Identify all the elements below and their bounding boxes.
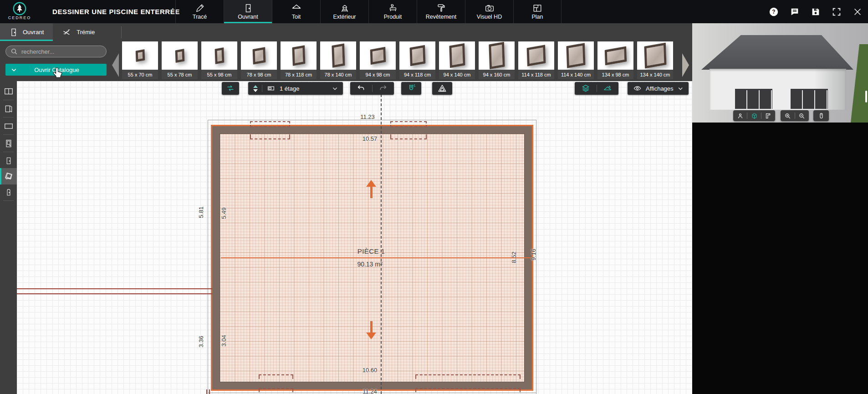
tool-service-door[interactable] — [0, 184, 17, 200]
search-box[interactable] — [5, 46, 107, 57]
product-tile[interactable]: 134 x 98 cm — [597, 41, 633, 79]
tool-entry-door[interactable] — [0, 136, 17, 151]
view-mode-group — [575, 82, 618, 95]
roof-opening-placeholder[interactable] — [259, 388, 293, 392]
roof-window-thumb — [644, 43, 666, 69]
tool-roof-window[interactable] — [0, 168, 17, 184]
plan-view-icon[interactable] — [765, 113, 772, 119]
fixed-window-icon — [4, 121, 14, 131]
wall-guide-line — [206, 389, 207, 394]
floor-plan-canvas[interactable]: 1 étage — [17, 81, 692, 394]
exterior-icon — [340, 3, 350, 13]
roof-window-thumb — [566, 43, 585, 68]
roof-window-icon — [4, 171, 14, 181]
magnet-snap-button[interactable] — [401, 82, 421, 95]
preview-scrollbar[interactable] — [865, 91, 867, 102]
orbit-3d-icon[interactable] — [751, 113, 758, 119]
tool-interior-door[interactable] — [0, 153, 17, 168]
zoom-in-icon[interactable] — [784, 113, 791, 119]
feedback-button[interactable] — [790, 7, 800, 17]
tab-plan[interactable]: Plan — [513, 0, 562, 23]
dim-left-outer: 5.81 — [198, 206, 204, 218]
preview-mouse-group — [813, 110, 829, 121]
window-controls: ? — [769, 0, 863, 23]
direction-arrow-up[interactable] — [366, 186, 377, 198]
divider — [262, 85, 262, 92]
open-catalog-button[interactable]: Ouvrir Catalogue — [5, 64, 107, 76]
catalog-tab-tremie[interactable]: Trémie — [53, 23, 104, 41]
tab-toit[interactable]: Toit — [272, 0, 320, 23]
brand-name: CEDREO — [8, 15, 31, 20]
magnet-icon — [407, 84, 416, 93]
roof-opening-placeholder[interactable] — [415, 374, 521, 379]
tab-trace[interactable]: Tracé — [175, 0, 224, 23]
measure-button[interactable] — [432, 82, 452, 95]
fullscreen-button[interactable] — [832, 7, 842, 17]
tab-visuel-hd[interactable]: Visuel HD — [465, 0, 513, 23]
help-icon: ? — [769, 7, 779, 17]
product-tile[interactable]: 78 x 140 cm — [320, 41, 356, 79]
floor-selector[interactable]: 1 étage — [248, 82, 343, 95]
roof-opening-placeholder[interactable] — [390, 134, 427, 139]
roof-window-thumb — [370, 46, 386, 64]
close-button[interactable] — [853, 7, 863, 17]
divider — [3, 200, 14, 201]
layers-button[interactable] — [575, 84, 597, 93]
rotate-button[interactable] — [222, 82, 239, 95]
mouse-icon[interactable] — [818, 113, 825, 119]
tool-window[interactable] — [0, 84, 17, 99]
floor-stepper[interactable] — [253, 85, 258, 92]
dimension-line-left — [208, 120, 208, 394]
product-tile[interactable]: 78 x 118 cm — [281, 41, 317, 79]
search-input[interactable] — [21, 48, 94, 55]
arrow-shaft — [370, 321, 373, 333]
tool-fixed-window[interactable] — [0, 118, 17, 133]
door-icon — [9, 28, 18, 37]
roof-view-button[interactable] — [597, 84, 618, 93]
tab-ouvrant[interactable]: Ouvrant — [224, 0, 272, 23]
product-tile[interactable]: 94 x 160 cm — [479, 41, 515, 79]
step-down-icon — [253, 89, 258, 92]
step-up-icon — [253, 85, 258, 88]
carousel-right-arrow[interactable] — [682, 53, 689, 77]
product-tile[interactable]: 114 x 118 cm — [518, 41, 554, 79]
carousel-left-arrow[interactable] — [112, 53, 119, 77]
product-tile[interactable]: 55 x 70 cm — [122, 41, 158, 79]
page-title: DESSINER UNE PISCINE ENTERRÉE — [52, 0, 180, 23]
product-tile[interactable]: 94 x 118 cm — [399, 41, 435, 79]
undo-redo-group — [350, 82, 394, 95]
room-area-label: 90.13 m² — [357, 261, 382, 268]
wall-guide-line — [17, 288, 212, 289]
roof-opening-placeholder[interactable] — [415, 388, 521, 392]
roof-opening-placeholder[interactable] — [250, 121, 290, 127]
product-tile[interactable]: 94 x 140 cm — [439, 41, 475, 79]
product-tile[interactable]: 134 x 140 cm — [637, 41, 673, 79]
affichages-dropdown[interactable]: Affichages — [628, 82, 689, 95]
product-tile[interactable]: 55 x 98 cm — [201, 41, 237, 79]
product-tile[interactable]: 78 x 98 cm — [241, 41, 277, 79]
catalog-tab-ouvrant[interactable]: Ouvrant — [0, 23, 53, 41]
redo-button[interactable] — [373, 84, 394, 92]
direction-arrow-down[interactable] — [366, 321, 377, 333]
preview-3d[interactable] — [692, 23, 868, 123]
divider — [761, 113, 761, 119]
help-button[interactable]: ? — [769, 7, 779, 17]
product-tile[interactable]: 55 x 78 cm — [162, 41, 198, 79]
stairs-icon — [62, 28, 72, 37]
camera-icon — [485, 3, 495, 13]
walkthrough-person-icon[interactable] — [737, 113, 744, 119]
tool-casement-window[interactable] — [0, 101, 17, 116]
roof-opening-placeholder[interactable] — [250, 134, 290, 139]
tab-produit[interactable]: Produit — [368, 0, 417, 23]
undo-button[interactable] — [351, 84, 372, 92]
product-tile[interactable]: 114 x 140 cm — [558, 41, 594, 79]
fullscreen-icon — [832, 7, 842, 17]
product-tile[interactable]: 94 x 98 cm — [360, 41, 396, 79]
tab-exterieur[interactable]: Extérieur — [320, 0, 368, 23]
roof-opening-placeholder[interactable] — [390, 121, 427, 127]
zoom-out-icon[interactable] — [798, 113, 805, 119]
feedback-icon — [790, 7, 800, 17]
roof-opening-placeholder[interactable] — [259, 374, 293, 379]
save-button[interactable] — [811, 7, 821, 17]
tab-revetement[interactable]: Revêtement — [417, 0, 465, 23]
